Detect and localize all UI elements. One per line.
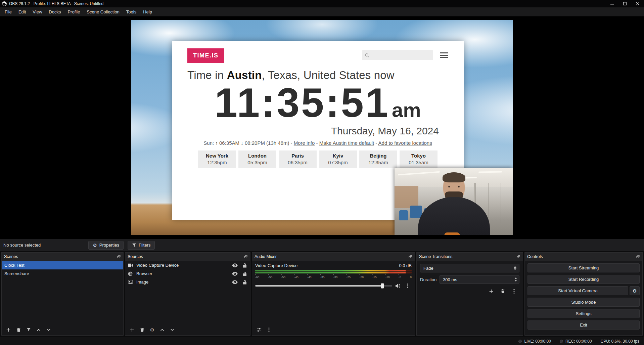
move-scene-down-button[interactable] <box>45 326 53 334</box>
move-source-down-button[interactable] <box>168 326 176 334</box>
menu-item-edit[interactable]: Edit <box>15 7 29 16</box>
timeis-logo[interactable]: TIME.IS <box>187 48 224 63</box>
scene-item-screenshare[interactable]: Screenshare <box>2 269 123 278</box>
scene-filters-button[interactable] <box>25 326 33 334</box>
mixer-menu-dots-icon[interactable] <box>265 326 273 334</box>
add-scene-button[interactable] <box>4 326 12 334</box>
city-card-london[interactable]: London 05:35pm <box>238 150 276 168</box>
hamburger-menu-icon[interactable] <box>440 52 448 59</box>
speaker-icon[interactable] <box>395 284 401 288</box>
add-favorite-link[interactable]: Add to favorite locations <box>378 140 432 146</box>
webcam-source[interactable] <box>395 168 513 235</box>
menu-item-docks[interactable]: Docks <box>45 7 64 16</box>
city-card-new-york[interactable]: New York 12:35pm <box>198 150 236 168</box>
volume-slider[interactable] <box>255 285 392 287</box>
minimize-button[interactable] <box>606 0 618 7</box>
advanced-audio-icon[interactable] <box>255 326 263 334</box>
close-button[interactable] <box>631 0 644 7</box>
source-properties-gear-icon[interactable]: ⚙ <box>148 326 156 334</box>
more-info-link[interactable]: More info <box>294 140 315 146</box>
properties-button[interactable]: ⚙ Properties <box>88 241 124 250</box>
program-video[interactable]: TIME.IS <box>131 20 513 235</box>
scene-transitions-dock: Scene Transitions Fade Duration 300 ms <box>416 252 523 336</box>
menu-item-scene-collection[interactable]: Scene Collection <box>83 7 123 16</box>
move-scene-up-button[interactable] <box>35 326 43 334</box>
remove-scene-button[interactable] <box>14 326 22 334</box>
audio-mixer-title: Audio Mixer <box>255 254 277 259</box>
scene-item-clock-test[interactable]: Clock Test <box>2 261 123 269</box>
remove-source-button[interactable] <box>138 326 146 334</box>
popout-icon[interactable] <box>636 255 640 259</box>
clock-time: 11:35:51 <box>215 80 390 126</box>
maximize-icon <box>623 2 627 5</box>
lock-icon[interactable] <box>243 280 247 285</box>
menu-item-tools[interactable]: Tools <box>123 7 140 16</box>
studio-mode-button[interactable]: Studio Mode <box>527 298 640 307</box>
record-status-dot-icon <box>560 340 563 343</box>
live-status: LIVE: 00:00:00 <box>518 339 551 344</box>
obs-window: OBS 29.1.2 - Profile: LLHLS BETA - Scene… <box>0 0 644 345</box>
exit-button[interactable]: Exit <box>527 320 640 330</box>
meter-ticks <box>255 274 412 275</box>
duration-decrease-button[interactable] <box>514 280 517 282</box>
title-bar[interactable]: OBS 29.1.2 - Profile: LLHLS BETA - Scene… <box>0 0 644 7</box>
search-icon <box>365 53 369 58</box>
controls-dock: Controls Start Streaming Start Recording… <box>524 252 643 336</box>
menu-item-file[interactable]: File <box>1 7 15 16</box>
source-toolbar: No source selected ⚙ Properties Filters <box>0 239 644 251</box>
filter-icon <box>132 243 136 247</box>
visibility-eye-icon[interactable] <box>232 272 238 276</box>
scenes-dock-header[interactable]: Scenes <box>2 253 123 261</box>
maximize-button[interactable] <box>618 0 631 7</box>
minimize-icon <box>610 2 614 5</box>
visibility-eye-icon[interactable] <box>232 280 238 284</box>
mixer-options-dots-icon[interactable] <box>404 282 412 290</box>
menu-item-help[interactable]: Help <box>140 7 155 16</box>
volume-meter: -60-55-50-45-40-35-30-25-20-15-10-50 <box>255 270 412 279</box>
lock-icon[interactable] <box>243 271 247 276</box>
lock-icon[interactable] <box>243 263 247 268</box>
globe-icon <box>128 271 134 276</box>
remove-transition-button[interactable] <box>499 287 507 295</box>
move-source-up-button[interactable] <box>158 326 166 334</box>
audio-mixer-dock-header[interactable]: Audio Mixer <box>252 253 415 261</box>
popout-icon[interactable] <box>117 255 121 259</box>
filters-button[interactable]: Filters <box>128 241 155 250</box>
popout-icon[interactable] <box>244 255 248 259</box>
source-item-browser[interactable]: Browser <box>125 269 250 278</box>
menu-item-view[interactable]: View <box>29 7 45 16</box>
city-card-beijing[interactable]: Beijing 12:35am <box>359 150 397 168</box>
duration-spinbox[interactable]: 300 ms <box>440 275 519 284</box>
settings-button[interactable]: Settings <box>527 309 640 318</box>
add-transition-button[interactable] <box>487 287 495 295</box>
source-item-image[interactable]: Image <box>125 278 250 286</box>
visibility-eye-icon[interactable] <box>232 263 238 267</box>
search-input[interactable] <box>371 53 430 58</box>
transitions-dock-header[interactable]: Scene Transitions <box>417 253 523 261</box>
start-recording-button[interactable]: Start Recording <box>527 275 640 284</box>
controls-dock-header[interactable]: Controls <box>525 253 642 261</box>
gear-icon: ⚙ <box>633 289 637 293</box>
search-box[interactable] <box>362 50 433 60</box>
make-default-link[interactable]: Make Austin time default <box>319 140 374 146</box>
source-item-video-capture[interactable]: Video Capture Device <box>125 261 250 269</box>
preview-canvas[interactable]: TIME.IS <box>0 16 644 239</box>
sources-dock-header[interactable]: Sources <box>125 253 250 261</box>
chevron-updown-icon <box>512 266 518 270</box>
popout-icon[interactable] <box>516 255 520 259</box>
add-source-button[interactable] <box>128 326 136 334</box>
duration-increase-button[interactable] <box>514 277 517 279</box>
city-card-paris[interactable]: Paris 06:35pm <box>279 150 317 168</box>
transition-properties-dots-icon[interactable] <box>510 287 518 295</box>
volume-slider-handle[interactable] <box>381 284 384 289</box>
city-card-kyiv[interactable]: Kyiv 07:35pm <box>319 150 357 168</box>
start-streaming-button[interactable]: Start Streaming <box>527 263 640 272</box>
virtual-camera-settings-button[interactable]: ⚙ <box>630 286 640 295</box>
menu-bar: File Edit View Docks Profile Scene Colle… <box>0 7 644 16</box>
transition-select[interactable]: Fade <box>420 264 519 272</box>
menu-item-profile[interactable]: Profile <box>64 7 83 16</box>
start-virtual-camera-button[interactable]: Start Virtual Camera <box>527 286 628 295</box>
window-title: OBS 29.1.2 - Profile: LLHLS BETA - Scene… <box>9 1 103 6</box>
popout-icon[interactable] <box>408 255 412 259</box>
city-card-tokyo[interactable]: Tokyo 01:35am <box>400 150 438 168</box>
